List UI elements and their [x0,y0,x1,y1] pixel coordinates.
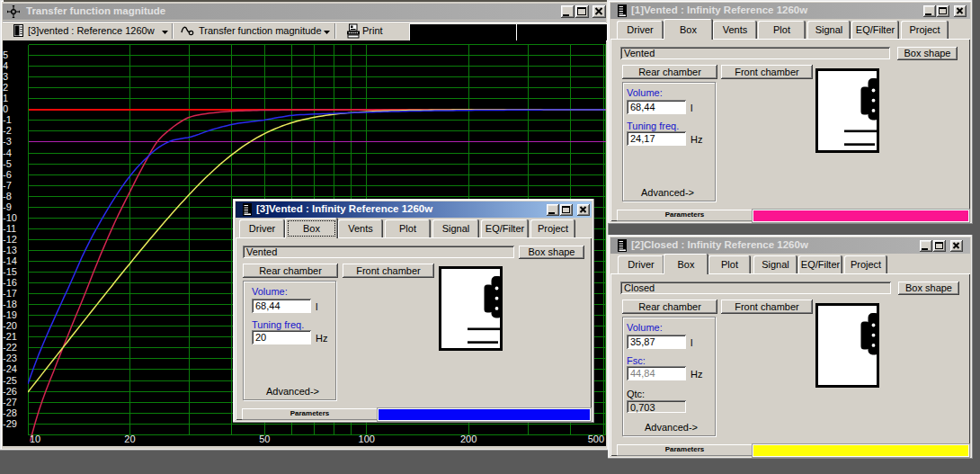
svg-text:0: 0 [3,103,8,114]
svg-text:10: 10 [30,434,40,444]
svg-text:-8: -8 [3,191,12,201]
svg-text:-19: -19 [3,309,17,320]
svg-text:-9: -9 [3,201,12,212]
svg-text:-21: -21 [3,331,17,342]
svg-text:-27: -27 [3,397,17,407]
svg-text:-10: -10 [3,212,17,223]
svg-text:4: 4 [3,60,8,71]
svg-text:-3: -3 [3,136,12,147]
svg-text:-7: -7 [3,180,12,191]
svg-text:50: 50 [259,434,270,444]
svg-text:-23: -23 [3,353,17,363]
svg-text:-6: -6 [3,169,12,180]
svg-text:20: 20 [124,434,135,444]
svg-text:-2: -2 [3,125,12,136]
svg-text:-24: -24 [3,363,17,374]
svg-text:-5: -5 [3,158,12,169]
svg-text:-25: -25 [3,375,17,386]
svg-text:-17: -17 [3,288,17,299]
svg-text:-13: -13 [3,245,17,255]
svg-text:1: 1 [3,93,8,103]
svg-text:2: 2 [3,82,8,93]
svg-text:100: 100 [359,434,375,444]
svg-text:200: 200 [460,434,477,444]
svg-text:-18: -18 [3,299,17,309]
svg-text:-22: -22 [3,342,17,353]
svg-text:-28: -28 [3,407,17,418]
svg-text:5: 5 [3,49,8,60]
svg-text:-20: -20 [3,320,17,331]
svg-text:-29: -29 [3,418,17,429]
svg-text:-12: -12 [3,234,17,245]
svg-text:-1: -1 [3,114,12,125]
svg-text:-15: -15 [3,266,17,277]
svg-text:3: 3 [3,71,8,82]
svg-text:500: 500 [588,434,604,444]
svg-text:-11: -11 [3,223,16,234]
svg-text:-26: -26 [3,386,17,397]
svg-text:-16: -16 [3,277,17,288]
svg-text:-4: -4 [3,148,12,158]
svg-text:-14: -14 [3,255,17,266]
